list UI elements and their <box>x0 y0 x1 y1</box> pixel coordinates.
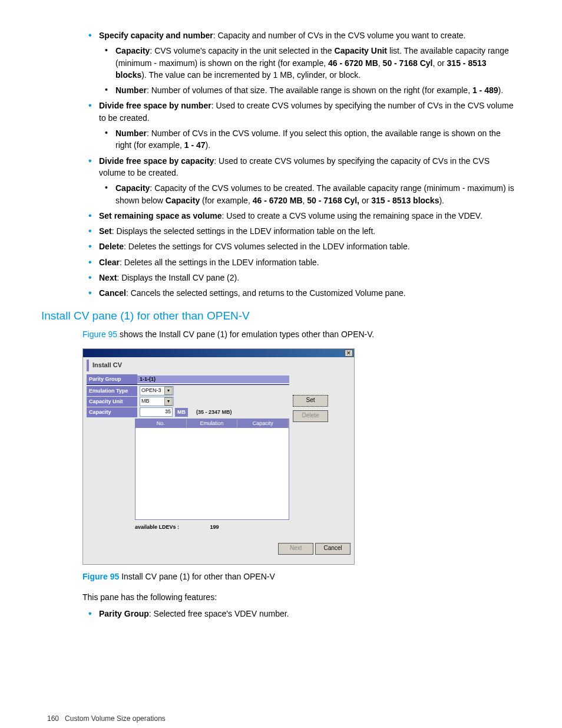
sub-divide-capacity: Capacity: Capacity of the CVS volumes to… <box>99 182 515 206</box>
cancel-button[interactable]: Cancel <box>315 543 351 555</box>
capacity-unit-badge: MB <box>175 408 188 417</box>
ldev-table: No. Emulation Capacity <box>135 419 289 520</box>
item-clear: Clear: Deletes all the settings in the L… <box>82 256 515 268</box>
item-set: Set: Displays the selected settings in t… <box>82 225 515 237</box>
install-cv-dialog: ✕ Install CV Parity Group 1-1-(1) Emulat… <box>82 348 355 565</box>
figure-link[interactable]: Figure 95 <box>82 330 117 339</box>
set-button[interactable]: Set <box>293 395 328 407</box>
item-specify: Specify capacity and number: Capacity an… <box>82 29 515 96</box>
next-button[interactable]: Next <box>278 543 313 555</box>
intro-paragraph: Figure 95 shows the Install CV pane (1) … <box>82 328 515 340</box>
label: Specify capacity and number <box>99 31 213 40</box>
emulation-type-select[interactable]: OPEN-3 <box>140 386 174 396</box>
item-divide-capacity: Divide free space by capacity: Used to c… <box>82 155 515 206</box>
close-icon[interactable]: ✕ <box>345 350 353 357</box>
label-capacity: Capacity <box>87 407 137 417</box>
available-ldevs: available LDEVs : 199 <box>135 523 289 531</box>
label-parity-group: Parity Group <box>87 374 137 384</box>
capacity-input[interactable]: 35 <box>140 407 173 417</box>
item-divide-number: Divide free space by number: Used to cre… <box>82 100 515 151</box>
after-fig-text: This pane has the following features: <box>82 591 515 603</box>
delete-button[interactable]: Delete <box>293 410 328 422</box>
item-parity-group: Parity Group: Selected free space's VDEV… <box>82 608 515 620</box>
sub-capacity: Capacity: CVS volume's capacity in the u… <box>99 45 515 81</box>
capacity-range: (35 - 2347 MB) <box>196 409 232 416</box>
col-emulation: Emulation <box>187 419 238 428</box>
capacity-unit-select[interactable]: MB <box>140 397 174 406</box>
label-capacity-unit: Capacity Unit <box>87 397 137 407</box>
sub-number: Number: Number of volumes of that size. … <box>99 84 515 96</box>
parity-group-value: 1-1-(1) <box>140 375 156 383</box>
text: : Capacity and number of CVs in the CVS … <box>213 31 466 40</box>
titlebar: ✕ <box>83 349 354 357</box>
item-cancel: Cancel: Cancels the selected settings, a… <box>82 287 515 299</box>
section-heading: Install CV pane (1) for other than OPEN-… <box>41 308 515 324</box>
tab-install-cv[interactable]: Install CV <box>87 360 125 371</box>
page-footer: 160 Custom Volume Size operations <box>47 714 515 724</box>
item-delete: Delete: Deletes the settings for CVS vol… <box>82 241 515 252</box>
label-emulation-type: Emulation Type <box>87 386 137 396</box>
sub-divide-number: Number: Number of CVs in the CVS volume.… <box>99 127 515 151</box>
item-set-remaining: Set remaining space as volume: Used to c… <box>82 210 515 222</box>
col-capacity: Capacity <box>237 419 289 428</box>
col-no: No. <box>135 419 187 428</box>
figure-caption: Figure 95 Install CV pane (1) for other … <box>82 571 515 582</box>
item-next: Next: Displays the Install CV pane (2). <box>82 272 515 284</box>
